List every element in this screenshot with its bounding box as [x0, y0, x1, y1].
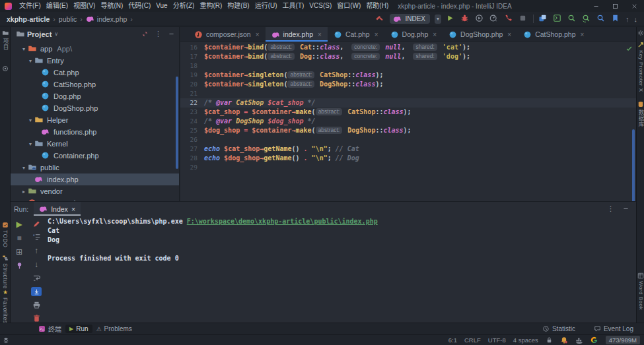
menu-item[interactable]: 构建(B): [225, 0, 252, 12]
code-line-22[interactable]: 22/* @var CatShop $cat_shop */: [180, 98, 636, 108]
code-editor[interactable]: 16$container→bind(abstract: Cat::class, …: [180, 42, 636, 172]
tab-Cat.php[interactable]: Cat.php×: [328, 27, 384, 42]
sidebar-item-todo[interactable]: TODO: [0, 222, 11, 247]
project-view-expand-icon[interactable]: ∨: [54, 31, 58, 37]
tab-DogShop.php[interactable]: DogShop.php×: [443, 27, 517, 42]
code-line-29[interactable]: 29: [180, 163, 636, 172]
close-run-tab-icon[interactable]: ×: [71, 205, 75, 213]
code-line-26[interactable]: 26: [180, 135, 636, 144]
toolbar-item-event-log[interactable]: Event Log: [590, 325, 637, 333]
stripe-gear[interactable]: [637, 30, 644, 36]
code-line-27[interactable]: 27echo $cat_shop→getName() . "\n"; // Ca…: [180, 144, 636, 154]
tree-item-Dog.php[interactable]: Dog.php: [11, 90, 179, 102]
close-tab-icon[interactable]: ×: [256, 31, 260, 38]
chevron-down-icon[interactable]: ▾: [20, 165, 28, 171]
scroll-to-end-icon[interactable]: [31, 287, 42, 296]
tab-Dog.php[interactable]: Dog.php×: [384, 27, 443, 42]
attach-debugger-icon[interactable]: [504, 14, 514, 24]
prev-occurrence-icon[interactable]: ↑: [626, 15, 629, 23]
breadcrumb-item[interactable]: index.php: [86, 15, 127, 23]
project-scrollbar[interactable]: [176, 77, 178, 169]
tree-item-Kernel[interactable]: ▾Kernel: [11, 138, 179, 150]
project-options-icon[interactable]: ⋮: [155, 30, 162, 38]
use-soft-wraps-icon[interactable]: [32, 274, 41, 282]
console-file-link[interactable]: F:\workspace\demo\xkphp-article\public\i…: [187, 218, 378, 225]
chevron-down-icon[interactable]: ▾: [26, 117, 34, 123]
restore-layout-icon[interactable]: ⊞: [16, 247, 22, 257]
menu-item[interactable]: 导航(N): [98, 0, 125, 12]
edit-configuration-icon[interactable]: [32, 220, 41, 228]
close-button[interactable]: [625, 0, 644, 12]
menu-item[interactable]: 视图(V): [71, 0, 98, 12]
tree-item-Container.php[interactable]: Container.php: [11, 150, 179, 162]
menu-item[interactable]: 运行(U): [252, 0, 280, 12]
menu-item[interactable]: 工具(T): [280, 0, 307, 12]
project-view-selector[interactable]: Project: [27, 30, 52, 38]
toolbar-item-terminal[interactable]: 终端: [34, 323, 65, 334]
run-options-icon[interactable]: ⋮: [607, 204, 614, 213]
breadcrumb-item[interactable]: xkphp-article: [7, 15, 50, 23]
clear-all-icon[interactable]: [32, 314, 41, 323]
memory-indicator[interactable]: 473/989M: [606, 336, 640, 344]
tool-window-switcher-icon[interactable]: [3, 337, 9, 344]
profiler-button[interactable]: [489, 14, 499, 24]
encoding-indicator[interactable]: UTF-8: [488, 336, 506, 344]
code-line-23[interactable]: 23$cat_shop = $container→make(abstract: …: [180, 108, 636, 117]
down-stack-trace-icon[interactable]: ↓: [34, 260, 38, 269]
tree-item-public[interactable]: ▾public: [11, 162, 179, 173]
next-occurrence-icon[interactable]: ↓: [634, 15, 638, 23]
run-tab-index[interactable]: Index ×: [34, 202, 81, 216]
close-tab-icon[interactable]: ×: [507, 31, 511, 38]
services-icon[interactable]: [538, 14, 548, 24]
chevron-right-icon[interactable]: ▸: [20, 189, 28, 195]
menu-item[interactable]: 窗口(W): [334, 0, 363, 12]
toolbar-item-run[interactable]: ▶ Run: [65, 325, 92, 333]
notifications-bell-icon[interactable]: [560, 336, 568, 344]
sidebar-item-word-book[interactable]: Word Book: [637, 272, 644, 310]
sidebar-item-dependencies[interactable]: [0, 65, 11, 72]
tab-index.php[interactable]: index.php×: [266, 27, 328, 42]
tree-item-CatShop.php[interactable]: CatShop.php: [11, 78, 179, 90]
debug-button[interactable]: [460, 14, 470, 24]
code-line-21[interactable]: 21: [180, 89, 636, 98]
hide-run-panel-icon[interactable]: [622, 205, 629, 212]
menu-item[interactable]: VCS(S): [306, 0, 334, 12]
tree-item-vendor[interactable]: ▸vendor: [11, 185, 179, 197]
chevron-down-icon[interactable]: ▾: [26, 58, 34, 64]
bookmark-icon[interactable]: [611, 14, 621, 24]
stop-button[interactable]: [519, 14, 528, 24]
close-tab-icon[interactable]: ×: [433, 31, 437, 38]
hide-project-panel-icon[interactable]: [168, 30, 175, 38]
up-stack-trace-icon[interactable]: ↑: [34, 246, 38, 255]
tree-item-index.php[interactable]: index.php: [11, 173, 179, 185]
close-tab-icon[interactable]: ×: [581, 31, 585, 38]
menu-item[interactable]: Vue: [153, 0, 170, 12]
chevron-down-icon[interactable]: ▾: [26, 141, 34, 147]
code-line-17[interactable]: 17$container→bind(abstract: Dog::class, …: [180, 52, 636, 61]
rerun-button[interactable]: ▶: [16, 220, 22, 229]
code-line-18[interactable]: 18: [180, 61, 636, 71]
run-console[interactable]: C:\Users\syfxl\scoop\shims\php.exe F:\wo…: [48, 217, 633, 321]
close-tab-icon[interactable]: ×: [318, 31, 322, 38]
sidebar-item-favorites[interactable]: ★ Favorites: [0, 289, 11, 323]
inspections-ok-icon[interactable]: [626, 45, 633, 52]
search-icon[interactable]: [567, 14, 577, 24]
code-line-24[interactable]: 24/* @var DogShop $dog_shop */: [180, 117, 636, 126]
readonly-lock-icon[interactable]: [546, 336, 553, 344]
tree-item-app[interactable]: ▾appApp\: [11, 43, 179, 55]
code-line-19[interactable]: 19$container→singleton(abstract: CatShop…: [180, 71, 636, 80]
docker-icon[interactable]: [575, 336, 583, 344]
code-line-28[interactable]: 28echo $dog_shop→getName() . "\n"; // Do…: [180, 154, 636, 163]
tab-CatShop.php[interactable]: CatShop.php×: [517, 27, 590, 42]
sidebar-item-database[interactable]: 数据库: [637, 101, 644, 127]
pin-tab-icon[interactable]: [15, 261, 24, 270]
indent-indicator[interactable]: 4 spaces: [513, 336, 538, 344]
maximize-button[interactable]: [606, 0, 625, 12]
code-line-16[interactable]: 16$container→bind(abstract: Cat::class, …: [180, 43, 636, 52]
menu-item[interactable]: 编辑(E): [44, 0, 71, 12]
menu-item[interactable]: 帮助(H): [363, 0, 391, 12]
tree-item-Helper[interactable]: ▾Helper: [11, 114, 179, 126]
terminal-frame-icon[interactable]: [553, 14, 563, 24]
stop-process-button[interactable]: ■: [17, 234, 21, 243]
run-configuration-dropdown-icon[interactable]: ▾: [435, 15, 441, 24]
